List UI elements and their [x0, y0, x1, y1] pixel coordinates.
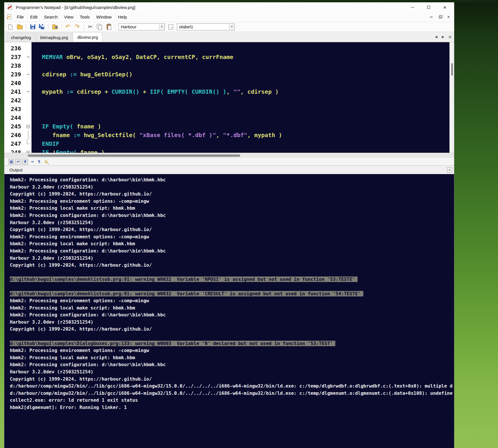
redo-button[interactable]: ↷	[73, 23, 82, 31]
output-line[interactable]: hbmk2: Processing local make script: hbm…	[10, 240, 454, 248]
output-line[interactable]: hbmk2: Processing environment options: -…	[10, 198, 454, 205]
output-line[interactable]: Harbour 3.2.0dev (r2503251254)	[10, 184, 454, 191]
titlebar[interactable]: Programmer's Notepad - [d:\github\hwgui\…	[4, 2, 454, 12]
fold-margin[interactable]	[25, 42, 32, 153]
output-line[interactable]: hbmk2: Processing local make script: hbm…	[10, 354, 454, 362]
output-line[interactable]: hbmk2: Processing configuration: d:\harb…	[10, 248, 454, 255]
line-number[interactable]: 244	[4, 113, 25, 122]
output-line[interactable]: Copyright (c) 1999-2024, https://harbour…	[10, 226, 454, 233]
code-line[interactable]	[32, 61, 449, 70]
output-line[interactable]: hbmk2: Processing local make script: hbm…	[10, 305, 454, 312]
code-line[interactable]: fname := hwg_Selectfile( "xBase files( *…	[32, 131, 449, 139]
menu-item-search[interactable]: Search	[41, 13, 61, 21]
output-line[interactable]: Copyright (c) 1999-2024, https://harbour…	[10, 376, 454, 383]
tab-dbview-prg[interactable]: dbview.prg	[73, 32, 102, 42]
show-whitespace-button[interactable]: ¶	[36, 159, 42, 165]
save-all-button[interactable]	[38, 23, 46, 31]
open-file-button[interactable]	[15, 23, 24, 31]
output-line[interactable]: hbmk2: Processing environment options: -…	[10, 347, 454, 354]
line-number[interactable]: 240	[4, 79, 25, 87]
code-line[interactable]	[32, 105, 449, 113]
symbol-select[interactable]: olabel1 ▼	[177, 23, 235, 30]
output-line[interactable]: Harbour 3.2.0dev (r2503251254)	[10, 255, 454, 262]
new-file-button[interactable]	[6, 23, 15, 31]
chevron-down-icon[interactable]: ▼	[159, 24, 164, 30]
output-line[interactable]: hbmk2: Processing environment options: -…	[10, 233, 454, 241]
close-button[interactable]: ×	[437, 2, 453, 12]
output-line[interactable]: hbmk2: Processing configuration: d:\harb…	[10, 361, 454, 368]
line-number[interactable]: 243	[4, 105, 25, 113]
line-number[interactable]: 242	[4, 96, 25, 105]
output-line[interactable]	[10, 269, 454, 276]
fold-marker[interactable]	[25, 122, 32, 131]
long-line-button[interactable]: →	[29, 159, 35, 165]
code-line[interactable]: ENDIF	[32, 139, 449, 148]
output-line[interactable]: hbmk2: Processing configuration: d:\harb…	[10, 212, 454, 219]
scrollbar-thumb[interactable]	[451, 63, 453, 75]
output-console[interactable]: hbmk2: Processing configuration: d:\harb…	[4, 174, 454, 448]
save-button[interactable]	[28, 23, 37, 31]
code-area[interactable]: MEMVAR oBrw, oSay1, oSay2, DataCP, curre…	[32, 42, 449, 153]
output-line[interactable]: hbmk2: Processing configuration: d:\harb…	[10, 311, 454, 319]
line-number[interactable]: 241	[4, 87, 25, 96]
output-line[interactable]: collect2.exe: error: ld returned 1 exit …	[10, 397, 454, 404]
code-line[interactable]: MEMVAR oBrw, oSay1, oSay2, DataCP, curre…	[32, 53, 449, 61]
code-line[interactable]: IF !Empty( fname )	[32, 148, 449, 153]
code-line[interactable]	[32, 44, 449, 53]
line-number[interactable]: 245	[4, 122, 25, 131]
maximize-button[interactable]	[421, 2, 437, 12]
output-line[interactable]: hbmk2[dlgmenumt]: Error: Running linker.…	[10, 404, 454, 411]
paste-button[interactable]	[104, 23, 113, 31]
output-line[interactable]: Copyright (c) 1999-2024, https://harbour…	[10, 262, 454, 269]
menu-item-edit[interactable]: Edit	[27, 13, 41, 21]
search-button[interactable]	[43, 159, 49, 165]
output-line[interactable]: d:/harbour/comp/mingw32/bin/../lib/gcc/i…	[10, 390, 454, 397]
output-close-button[interactable]: ×	[447, 167, 452, 172]
undo-button[interactable]: ↶	[64, 23, 72, 31]
output-line[interactable]: hbmk2: Processing environment options: -…	[10, 297, 454, 305]
line-number[interactable]: 238	[4, 61, 25, 70]
output-line[interactable]: Harbour 3.2.0dev (r2503251254)	[10, 319, 454, 326]
code-line[interactable]: mypath := cdirsep + CURDIR() + IIF( EMPT…	[32, 87, 449, 96]
line-number[interactable]: 248	[4, 148, 25, 153]
output-line[interactable]: d:/harbour/comp/mingw32/bin/../lib/gcc/i…	[10, 383, 454, 390]
word-wrap-button[interactable]: ↵	[15, 159, 21, 165]
line-number[interactable]: 236	[4, 44, 25, 53]
line-number[interactable]: 239	[4, 70, 25, 79]
menu-item-view[interactable]: View	[61, 13, 77, 21]
line-number[interactable]: 247	[4, 139, 25, 148]
tab-changelog[interactable]: changelog	[7, 33, 35, 42]
tab-bitmapbug-prg[interactable]: bitmapbug.prg	[36, 33, 72, 42]
copy-button[interactable]	[95, 23, 104, 31]
code-line[interactable]	[32, 96, 449, 105]
code-line[interactable]: IF Empty( fname )	[32, 122, 449, 131]
output-line[interactable]: Copyright (c) 1999-2024, https://harbour…	[10, 191, 454, 198]
editor-vertical-scrollbar[interactable]	[449, 42, 454, 153]
tab-scroll-right-icon[interactable]: ▶	[441, 35, 445, 39]
line-number[interactable]: 237	[4, 53, 25, 61]
scrollbar-thumb[interactable]	[28, 154, 240, 157]
tab-close-icon[interactable]: ×	[448, 34, 452, 40]
scheme-select[interactable]: Harbour ▼	[119, 23, 165, 30]
output-line[interactable]: Harbour 3.2.0dev (r2503251254)	[10, 219, 454, 226]
line-number-gutter[interactable]: 236237238239240241242243244245246247248	[4, 42, 25, 153]
editor-horizontal-scrollbar[interactable]	[4, 153, 454, 158]
output-line[interactable]: Copyright (c) 1999-2024, https://harbour…	[10, 326, 454, 333]
menu-item-help[interactable]: Help	[115, 13, 130, 21]
output-line[interactable]: Harbour 3.2.0dev (r2503251254)	[10, 368, 454, 376]
output-line[interactable]: hbmk2: Processing configuration: d:\harb…	[10, 176, 454, 184]
jump-to-symbol-button[interactable]	[166, 23, 175, 31]
line-number[interactable]: 246	[4, 131, 25, 139]
code-line[interactable]: cdirsep := hwg_GetDirSep()	[32, 70, 449, 79]
open-project-button[interactable]	[51, 23, 59, 31]
mdi-close-button[interactable]: ×	[446, 14, 451, 20]
tab-scroll-left-icon[interactable]: ◀	[434, 35, 438, 39]
line-numbers-button[interactable]: #	[22, 159, 28, 165]
code-line[interactable]	[32, 113, 449, 122]
output-panel-titlebar[interactable]: Output ×	[4, 165, 454, 174]
minimize-button[interactable]	[404, 2, 421, 12]
output-line[interactable]	[10, 283, 454, 290]
menu-item-tools[interactable]: Tools	[77, 13, 93, 21]
output-line[interactable]: hbmk2: Processing local make script: hbm…	[10, 205, 454, 212]
output-warning-line[interactable]: d:\github\hwgui\samples\Dialogboxes.prg:…	[10, 340, 454, 347]
